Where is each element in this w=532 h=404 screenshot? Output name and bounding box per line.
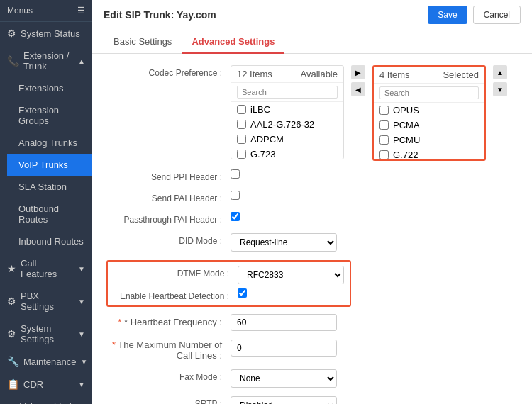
codec-label-pcmu: PCMU: [393, 135, 420, 145]
cancel-button[interactable]: Cancel: [473, 6, 521, 24]
codec-checkbox-adpcm[interactable]: [237, 135, 246, 144]
did-mode-label: DID Mode :: [106, 233, 231, 246]
codec-available-search-input[interactable]: [237, 86, 338, 99]
dtmf-mode-label: DTMF Mode :: [113, 266, 238, 279]
codec-checkbox-pcmu[interactable]: [379, 135, 389, 145]
sidebar-item-label: Outbound Routes: [18, 203, 85, 225]
sidebar-item-label: Analog Trunks: [18, 138, 77, 148]
sidebar-item-analog-trunks[interactable]: Analog Trunks: [7, 132, 92, 154]
sidebar-item-label: System Status: [21, 28, 80, 39]
send-pai-row: Send PAI Header :: [106, 191, 518, 203]
sidebar-item-label: CDR: [23, 379, 43, 390]
codec-checkbox-aal2[interactable]: [237, 120, 246, 129]
codec-add-arrow[interactable]: ▶: [351, 65, 365, 79]
codec-item-aal2: AAL2-G.726-32: [231, 117, 343, 132]
dtmf-mode-select[interactable]: RFC2833 Info Inband Auto: [238, 266, 344, 284]
send-ppi-label: Send PPI Header :: [106, 169, 231, 182]
dtmf-mode-row: DTMF Mode : RFC2833 Info Inband Auto: [113, 266, 344, 284]
chevron-right-icon: ▼: [78, 265, 85, 273]
max-call-lines-label: * The Maximum Number of Call Lines :: [106, 340, 231, 361]
sidebar-group-extension-trunk: 📞 Extension / Trunk ▲ Extensions Extensi…: [0, 45, 92, 252]
sidebar-item-sla-station[interactable]: SLA Station: [7, 176, 92, 198]
fax-mode-label: Fax Mode :: [106, 369, 231, 382]
sidebar-item-extension-groups[interactable]: Extension Groups: [7, 99, 92, 132]
codec-checkbox-opus[interactable]: [379, 106, 389, 115]
sidebar-item-label: Extensions: [18, 83, 64, 94]
tab-basic-settings[interactable]: Basic Settings: [104, 30, 182, 54]
heartbeat-freq-label: * * Heartbeat Frequency :: [106, 314, 231, 327]
heartbeat-freq-input[interactable]: [231, 314, 337, 331]
sidebar-item-extensions[interactable]: Extensions: [7, 77, 92, 99]
codec-item-ilbc: iLBC: [231, 102, 343, 117]
heartbeat-freq-field: [231, 314, 518, 331]
send-pai-checkbox[interactable]: [231, 191, 240, 200]
dtmf-heartbeat-highlight-box: DTMF Mode : RFC2833 Info Inband Auto Ena…: [106, 260, 351, 307]
fax-mode-select[interactable]: None T.38 Pass-Through: [231, 369, 337, 388]
selected-count: 4 Items: [379, 69, 410, 80]
passthrough-pai-label: Passthrough PAI Header :: [106, 212, 231, 225]
codec-order-arrows: ▲ ▼: [490, 65, 510, 96]
codec-preference-label: Codec Preference :: [106, 65, 231, 78]
topbar-actions: Save Cancel: [428, 6, 521, 24]
main-content: Edit SIP Trunk: Yay.com Save Cancel Basi…: [92, 0, 532, 404]
heartbeat-freq-row: * * Heartbeat Frequency :: [106, 314, 518, 331]
enable-heartbeat-label: Enable Heartbeat Detection :: [113, 288, 238, 301]
sidebar-item-outbound-routes[interactable]: Outbound Routes: [7, 198, 92, 230]
codec-item-adpcm: ADPCM: [231, 132, 343, 147]
sidebar-sub-extension-trunk: Extensions Extension Groups Analog Trunk…: [0, 77, 92, 252]
codec-selected-header: 4 Items Selected: [374, 67, 484, 84]
chevron-right-icon: ▼: [78, 298, 85, 305]
sidebar-item-label: SLA Station: [18, 181, 67, 192]
codec-up-arrow[interactable]: ▲: [493, 65, 507, 79]
codec-selected-list: OPUS PCMA PCMU: [374, 103, 484, 159]
srtp-label: SRTP :: [106, 396, 231, 404]
send-pai-field: [231, 191, 518, 200]
sidebar-item-voip-trunks[interactable]: VoIP Trunks: [7, 154, 92, 176]
topbar: Edit SIP Trunk: Yay.com Save Cancel: [92, 0, 532, 30]
did-mode-row: DID Mode : Request-line To From: [106, 233, 518, 252]
codec-checkbox-g722[interactable]: [379, 150, 389, 159]
send-ppi-checkbox[interactable]: [231, 169, 240, 179]
sidebar-group-extension-trunk-header[interactable]: 📞 Extension / Trunk ▲: [0, 45, 92, 77]
sidebar-item-maintenance[interactable]: 🔧 Maintenance ▼: [0, 350, 92, 373]
fax-mode-field: None T.38 Pass-Through: [231, 369, 518, 388]
codec-checkbox-ilbc[interactable]: [237, 105, 246, 114]
send-pai-label: Send PAI Header :: [106, 191, 231, 203]
codec-checkbox-pcma[interactable]: [379, 120, 389, 130]
codec-item-g723: G.723: [231, 147, 343, 159]
codec-remove-arrow[interactable]: ◀: [351, 82, 365, 96]
sidebar-item-label: PBX Settings: [21, 291, 74, 312]
sidebar-item-label: Maintenance: [23, 357, 76, 367]
did-mode-select[interactable]: Request-line To From: [231, 233, 337, 252]
page-title: Edit SIP Trunk: Yay.com: [104, 9, 216, 21]
save-button[interactable]: Save: [428, 6, 467, 24]
sidebar-item-inbound-routes[interactable]: Inbound Routes: [7, 230, 92, 252]
codec-available-header: 12 Items Available: [231, 66, 343, 83]
codec-available-list: iLBC AAL2-G.726-32 ADPCM: [231, 102, 343, 159]
sidebar-item-call-features[interactable]: ★ Call Features ▼: [0, 252, 92, 285]
codec-available-box: 12 Items Available iLBC: [231, 65, 344, 159]
codec-item-pcma: PCMA: [374, 118, 484, 133]
passthrough-pai-checkbox[interactable]: [231, 212, 240, 221]
codec-field: 12 Items Available iLBC: [231, 65, 518, 161]
codec-checkbox-g723[interactable]: [237, 150, 246, 159]
sidebar-item-value-added-features[interactable]: ⊞ Value-added Features ▼: [0, 395, 92, 404]
pbx-settings-icon: ⚙: [7, 296, 16, 307]
codec-selected-box: 4 Items Selected OPUS: [372, 65, 486, 161]
sidebar-item-system-status[interactable]: ⚙ System Status: [0, 22, 92, 45]
sidebar-item-system-settings[interactable]: ⚙ System Settings ▼: [0, 318, 92, 350]
sidebar-menu-icon[interactable]: ☰: [77, 6, 85, 16]
fax-mode-row: Fax Mode : None T.38 Pass-Through: [106, 369, 518, 388]
codec-selected-search-input[interactable]: [379, 86, 479, 99]
dtmf-mode-field: RFC2833 Info Inband Auto: [238, 266, 344, 284]
srtp-select[interactable]: Disabled Enabled: [231, 396, 337, 404]
available-count: 12 Items: [237, 69, 272, 79]
enable-heartbeat-checkbox[interactable]: [238, 288, 247, 298]
system-status-icon: ⚙: [7, 28, 16, 39]
tab-advanced-settings[interactable]: Advanced Settings: [182, 30, 284, 54]
codec-down-arrow[interactable]: ▼: [493, 82, 507, 96]
sidebar-item-cdr[interactable]: 📋 CDR ▼: [0, 373, 92, 395]
form-content: Codec Preference : 12 Items Available: [92, 54, 532, 404]
sidebar-item-pbx-settings[interactable]: ⚙ PBX Settings ▼: [0, 285, 92, 318]
max-call-lines-input[interactable]: [231, 340, 337, 357]
